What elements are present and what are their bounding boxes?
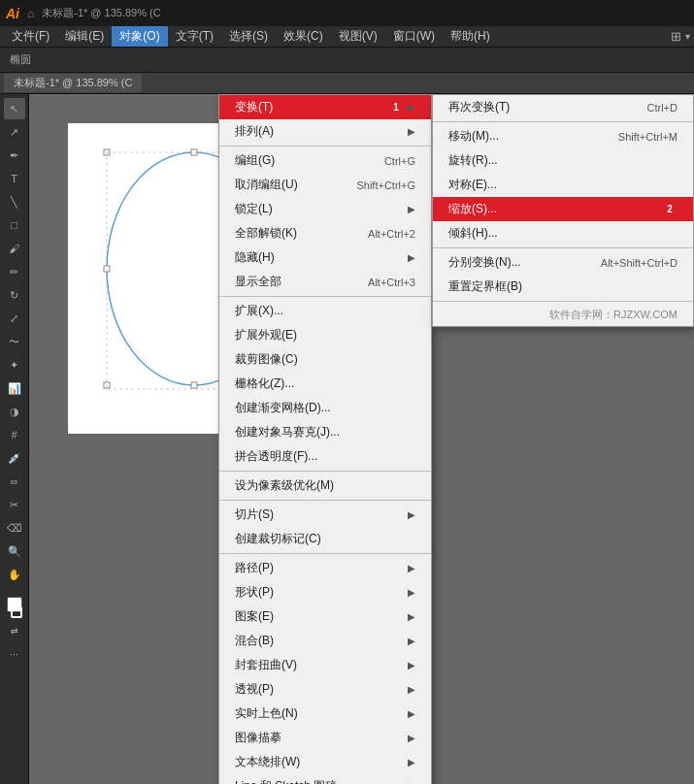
dd-item-crop-image[interactable]: 裁剪图像(C): [219, 347, 431, 372]
tool-blend[interactable]: ∞: [4, 471, 25, 492]
dd-item-perspective[interactable]: 透视(P) ▶: [219, 677, 431, 702]
tool-rect[interactable]: □: [4, 214, 25, 236]
tool-select[interactable]: ↖: [4, 98, 25, 119]
tool-paintbrush[interactable]: 🖌: [4, 238, 25, 259]
tool-warp[interactable]: 〜: [4, 331, 25, 352]
dd-label-ungroup: 取消编组(U): [235, 177, 298, 193]
dd-item-watermark: 软件自学网：RJZXW.COM: [433, 304, 693, 326]
menu-window[interactable]: 窗口(W): [385, 26, 443, 47]
dd-item-pixel-opt[interactable]: 设为像素级优化(M): [219, 474, 431, 498]
dd-item-retransform[interactable]: 再次变换(T) Ctrl+D: [433, 95, 693, 119]
doc-tab-item[interactable]: 未标题-1* @ 135.89% (C: [4, 74, 142, 92]
dd-item-reset-bounding[interactable]: 重置定界框(B): [433, 275, 693, 299]
dd-item-transform-each[interactable]: 分别变换(N)... Alt+Shift+Ctrl+D: [433, 250, 693, 275]
arrow-lock: ▶: [408, 204, 415, 214]
tool-pen[interactable]: ✒: [4, 145, 25, 166]
dd-item-gradient-mesh[interactable]: 创建渐变网格(D)...: [219, 396, 431, 420]
tool-direct-select[interactable]: ↗: [4, 121, 25, 143]
dd-item-slice[interactable]: 切片(S) ▶: [219, 503, 431, 527]
dd-item-unlock[interactable]: 全部解锁(K) Alt+Ctrl+2: [219, 221, 431, 245]
dd-label-live-paint: 实时上色(N): [235, 705, 298, 722]
arrow-slice: ▶: [408, 509, 415, 520]
dd-shortcut-retransform: Ctrl+D: [647, 102, 677, 114]
dd-item-mosaic[interactable]: 创建对象马赛克(J)...: [219, 420, 431, 444]
tool-type[interactable]: T: [4, 168, 25, 189]
dd-item-blend[interactable]: 混合(B) ▶: [219, 629, 431, 653]
dd-sep-2: [219, 296, 431, 297]
dd-item-move[interactable]: 移动(M)... Shift+Ctrl+M: [433, 124, 693, 148]
dd-label-gradient-mesh: 创建渐变网格(D)...: [235, 400, 331, 416]
tool-gradient[interactable]: ◑: [4, 401, 25, 422]
dd-sep-t1: [433, 121, 693, 122]
tool-zoom[interactable]: 🔍: [4, 540, 25, 562]
dd-shortcut-move: Shift+Ctrl+M: [618, 131, 677, 143]
menu-select[interactable]: 选择(S): [221, 26, 276, 47]
tool-pencil[interactable]: ✏: [4, 261, 25, 282]
dd-item-line-sketch[interactable]: Line 和 Sketch 图稿 ▶: [219, 774, 431, 784]
dd-item-path[interactable]: 路径(P) ▶: [219, 556, 431, 580]
tool-symbol[interactable]: ✦: [4, 354, 25, 376]
tool-column[interactable]: 📊: [4, 377, 25, 399]
tool-hand[interactable]: ✋: [4, 564, 25, 585]
tool-slice[interactable]: ✂: [4, 494, 25, 515]
dd-item-image-trace[interactable]: 图像描摹 ▶: [219, 726, 431, 750]
dd-item-rasterize[interactable]: 栅格化(Z)...: [219, 372, 431, 396]
arrow-hide: ▶: [408, 252, 415, 263]
dd-item-expand[interactable]: 扩展(X)...: [219, 299, 431, 323]
tool-mesh[interactable]: #: [4, 424, 25, 445]
menu-edit[interactable]: 编辑(E): [57, 26, 112, 47]
dd-shortcut-transform-each: Alt+Shift+Ctrl+D: [601, 257, 677, 269]
dd-item-flatten[interactable]: 拼合透明度(F)...: [219, 444, 431, 469]
dd-label-perspective: 透视(P): [235, 681, 274, 698]
dd-item-showall[interactable]: 显示全部 Alt+Ctrl+3: [219, 270, 431, 294]
menu-text[interactable]: 文字(T): [168, 26, 221, 47]
dd-item-arrange[interactable]: 排列(A) ▶: [219, 119, 431, 144]
arrow-transform: ▶: [408, 102, 415, 113]
dd-item-shape[interactable]: 形状(P) ▶: [219, 580, 431, 604]
dd-shortcut-group: Ctrl+G: [384, 155, 415, 167]
tool-eyedropper[interactable]: 💉: [4, 447, 25, 469]
dd-item-shear[interactable]: 倾斜(H)...: [433, 221, 693, 245]
dd-label-group: 编组(G): [235, 152, 275, 169]
swap-colors[interactable]: ⇄: [4, 620, 25, 641]
dd-label-showall: 显示全部: [235, 274, 281, 290]
dd-label-reflect: 对称(E)...: [448, 177, 497, 193]
dd-label-blend: 混合(B): [235, 633, 274, 649]
menu-view[interactable]: 视图(V): [331, 26, 385, 47]
home-icon[interactable]: ⌂: [27, 7, 34, 20]
tool-scale[interactable]: ⤢: [4, 308, 25, 329]
layout-icon[interactable]: ⊞: [671, 29, 681, 44]
arrow-perspective: ▶: [408, 684, 415, 695]
dd-item-live-paint[interactable]: 实时上色(N) ▶: [219, 702, 431, 726]
dd-item-envelope[interactable]: 封套扭曲(V) ▶: [219, 653, 431, 677]
dd-item-rotate[interactable]: 旋转(R)...: [433, 148, 693, 173]
menu-object[interactable]: 对象(O): [112, 26, 167, 47]
tool-more[interactable]: ···: [4, 643, 25, 665]
dd-label-arrange: 排列(A): [235, 123, 274, 140]
dd-item-group[interactable]: 编组(G) Ctrl+G: [219, 148, 431, 173]
dd-label-shear: 倾斜(H)...: [448, 225, 498, 242]
tool-rotate[interactable]: ↻: [4, 284, 25, 306]
dd-item-text-wrap[interactable]: 文本绕排(W) ▶: [219, 750, 431, 774]
dd-item-transform[interactable]: 变换(T) 1 ▶: [219, 95, 431, 119]
dd-item-pattern[interactable]: 图案(E) ▶: [219, 604, 431, 629]
dropdown-icon[interactable]: ▾: [685, 31, 690, 42]
dd-label-slice: 切片(S): [235, 506, 274, 523]
menu-effect[interactable]: 效果(C): [276, 26, 331, 47]
dd-label-shape: 形状(P): [235, 584, 274, 601]
tool-line[interactable]: ╲: [4, 191, 25, 212]
dd-item-scale[interactable]: 缩放(S)... 2: [433, 197, 693, 221]
dd-item-expand-appearance[interactable]: 扩展外观(E): [219, 323, 431, 347]
stroke-color[interactable]: [11, 606, 22, 618]
tool-eraser[interactable]: ⌫: [4, 517, 25, 539]
dd-item-ungroup[interactable]: 取消编组(U) Shift+Ctrl+G: [219, 173, 431, 197]
menu-help[interactable]: 帮助(H): [443, 26, 498, 47]
title-text: 未标题-1* @ 135.89% (C: [42, 6, 160, 20]
menu-file[interactable]: 文件(F): [4, 26, 57, 47]
dd-item-crop-marks[interactable]: 创建裁切标记(C): [219, 527, 431, 551]
dd-item-hide[interactable]: 隐藏(H) ▶: [219, 245, 431, 270]
dd-item-reflect[interactable]: 对称(E)...: [433, 173, 693, 197]
dd-item-lock[interactable]: 锁定(L) ▶: [219, 197, 431, 221]
dd-sep-4: [219, 500, 431, 501]
arrow-envelope: ▶: [408, 660, 415, 670]
